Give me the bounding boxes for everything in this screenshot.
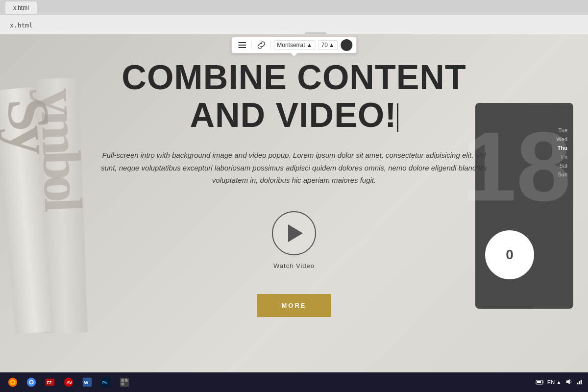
address-text: x.html bbox=[10, 22, 33, 29]
svg-rect-11 bbox=[238, 47, 246, 48]
hero-heading: COMBINE CONTENT and VIDEO! bbox=[122, 59, 466, 134]
tab-title: x.html bbox=[13, 4, 29, 11]
taskbar-icon-photoshop[interactable]: Ps bbox=[98, 374, 114, 390]
svg-text:Ps: Ps bbox=[102, 381, 108, 385]
watch-video-label: Watch Video bbox=[273, 262, 315, 270]
svg-rect-34 bbox=[577, 383, 579, 385]
font-size-value: 70 bbox=[321, 42, 328, 49]
taskbar: FZ AV W Ps bbox=[0, 372, 588, 392]
hero-section: ymbol Sy 18 0 TueWedThuFriSatSun COMBINE… bbox=[0, 34, 588, 392]
svg-rect-36 bbox=[581, 380, 582, 385]
svg-marker-33 bbox=[566, 379, 570, 385]
svg-rect-28 bbox=[125, 379, 127, 382]
text-toolbar: Montserrat ▲ 70 ▲ bbox=[231, 37, 357, 53]
video-play-area: Watch Video bbox=[272, 211, 316, 270]
svg-text:AV: AV bbox=[66, 380, 73, 385]
hero-title-line2: and VIDEO! bbox=[122, 97, 466, 134]
font-size-selector[interactable]: 70 ▲ bbox=[318, 40, 338, 50]
svg-point-17 bbox=[30, 381, 33, 384]
play-button[interactable] bbox=[272, 211, 316, 255]
font-expand-icon: ▲ bbox=[307, 42, 313, 49]
svg-rect-32 bbox=[542, 381, 543, 383]
volume-icon[interactable] bbox=[565, 378, 572, 386]
color-picker-button[interactable] bbox=[341, 39, 352, 51]
font-selector[interactable]: Montserrat ▲ bbox=[274, 40, 315, 50]
taskbar-icon-firefox[interactable] bbox=[5, 374, 21, 390]
network-icon[interactable] bbox=[576, 378, 583, 386]
play-icon bbox=[288, 224, 303, 242]
svg-text:FZ: FZ bbox=[47, 381, 52, 385]
divider bbox=[251, 41, 252, 49]
font-name: Montserrat bbox=[277, 42, 305, 49]
tab-bar: x.html bbox=[0, 0, 588, 15]
taskbar-icon-antivirus[interactable]: AV bbox=[61, 374, 76, 390]
active-tab[interactable]: x.html bbox=[5, 1, 37, 14]
hero-content-area: COMBINE CONTENT and VIDEO! Full-screen i… bbox=[0, 59, 588, 317]
svg-rect-10 bbox=[238, 45, 246, 46]
browser-chrome: x.html x.html bbox=[0, 0, 588, 34]
svg-rect-35 bbox=[579, 381, 580, 384]
link-button[interactable] bbox=[255, 40, 268, 50]
svg-rect-9 bbox=[238, 42, 246, 43]
svg-rect-26 bbox=[120, 378, 129, 387]
lang-expand-icon: ▲ bbox=[556, 379, 562, 385]
system-tray: EN ▲ bbox=[536, 378, 583, 386]
language-selector[interactable]: EN ▲ bbox=[547, 379, 562, 385]
svg-rect-31 bbox=[537, 381, 541, 383]
size-expand-icon: ▲ bbox=[329, 42, 335, 49]
align-button[interactable] bbox=[236, 40, 248, 50]
text-cursor bbox=[397, 103, 398, 133]
taskbar-icon-app6[interactable] bbox=[117, 374, 132, 390]
more-button[interactable]: MORE bbox=[257, 294, 331, 317]
taskbar-icon-browser[interactable] bbox=[24, 374, 39, 390]
address-bar: x.html bbox=[0, 16, 588, 34]
hero-title-line1: COMBINE CONTENT bbox=[122, 59, 466, 97]
divider2 bbox=[270, 41, 271, 49]
hero-subtitle: Full-screen intro with background image … bbox=[98, 149, 490, 187]
taskbar-icon-word[interactable]: W bbox=[79, 374, 95, 390]
svg-rect-27 bbox=[122, 379, 124, 382]
taskbar-icon-filezilla[interactable]: FZ bbox=[42, 374, 58, 390]
svg-rect-29 bbox=[122, 383, 124, 386]
svg-point-14 bbox=[11, 381, 14, 384]
svg-text:W: W bbox=[84, 380, 89, 385]
language-label: EN bbox=[547, 379, 555, 385]
hero-title-line2-text: and VIDEO! bbox=[190, 96, 396, 134]
